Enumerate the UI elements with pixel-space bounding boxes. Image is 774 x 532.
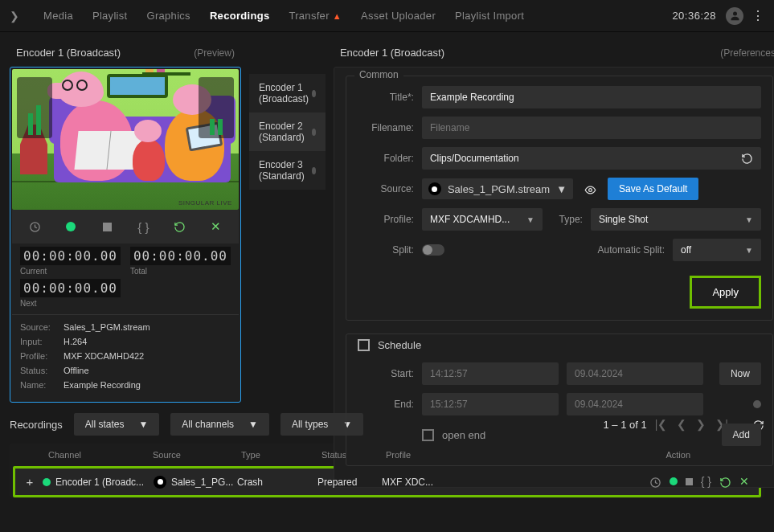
row-speed-icon[interactable]: [649, 475, 661, 489]
row-stop-icon[interactable]: [686, 478, 693, 485]
encoder-item-2[interactable]: Encoder 2 (Standard): [249, 113, 326, 151]
meta-source-v: Sales_1_PGM.stream: [63, 322, 150, 332]
preview-card: SINGULAR LIVE { } ✕ 00:00:00.00 Current …: [10, 67, 241, 403]
type-label: Type:: [551, 214, 583, 225]
filter-channels[interactable]: All channels▼: [170, 413, 269, 436]
expand-row-icon[interactable]: +: [22, 475, 38, 489]
chevron-down-icon: ▼: [526, 215, 534, 224]
split-label: Split:: [358, 244, 414, 256]
tc-total-label: Total: [130, 267, 231, 276]
row-actions: { } ✕: [649, 475, 752, 489]
nav-graphics[interactable]: Graphics: [147, 10, 190, 22]
timecodes: 00:00:00.00 Current 00:00:00.00 Next 00:…: [12, 243, 239, 314]
braces-icon[interactable]: { }: [133, 216, 154, 237]
row-status: Prepared: [317, 477, 382, 488]
title-input[interactable]: [422, 86, 761, 108]
restore-folder-icon[interactable]: [733, 152, 761, 166]
col-type: Type: [241, 450, 321, 460]
row-restore-icon[interactable]: [719, 475, 731, 489]
folder-input[interactable]: [422, 147, 733, 170]
meta-name-k: Name:: [20, 380, 63, 390]
alert-icon: ▲: [333, 11, 342, 21]
preview-header: Encoder 1 (Broadcast) (Preview): [10, 42, 241, 67]
prefs-title: Encoder 1 (Broadcast): [340, 47, 444, 59]
nav-recordings[interactable]: Recordings: [210, 10, 270, 22]
source-select[interactable]: Sales_1_PGM.stream ▼: [422, 178, 573, 199]
save-default-button[interactable]: Save As Default: [608, 178, 698, 200]
source-label: Source:: [358, 183, 414, 194]
speed-icon[interactable]: [24, 216, 45, 237]
preview-subtitle: (Preview): [194, 47, 235, 59]
filename-input[interactable]: [422, 117, 761, 139]
row-type: Crash: [237, 477, 317, 488]
stop-button[interactable]: [96, 216, 117, 237]
svg-point-0: [733, 12, 737, 16]
encoder-label: Encoder 2 (Standard): [259, 121, 312, 143]
encoder-item-1[interactable]: Encoder 1 (Broadcast): [249, 74, 326, 113]
common-legend: Common: [354, 69, 403, 80]
row-close-icon[interactable]: ✕: [739, 475, 749, 488]
close-icon[interactable]: ✕: [205, 216, 226, 237]
now-button[interactable]: Now: [719, 362, 761, 385]
status-dot-icon: [312, 167, 316, 174]
col-channel: Channel: [48, 450, 153, 460]
row-record-icon[interactable]: [670, 477, 678, 485]
start-date-input[interactable]: [567, 362, 703, 385]
folder-label: Folder:: [358, 153, 414, 164]
row-braces-icon[interactable]: { }: [701, 475, 711, 488]
encoder-list: Encoder 1 (Broadcast) Encoder 2 (Standar…: [249, 74, 326, 190]
prefs-header: Encoder 1 (Broadcast) (Preferences): [334, 42, 774, 67]
video-preview[interactable]: SINGULAR LIVE: [12, 69, 239, 210]
encoder-item-3[interactable]: Encoder 3 (Standard): [249, 151, 326, 190]
end-status-dot-icon: [753, 400, 761, 408]
meta-profile-v: MXF XDCAMHD422: [63, 351, 144, 361]
preview-title: Encoder 1 (Broadcast): [16, 47, 121, 59]
nav-items: Media Playlist Graphics Recordings Trans…: [43, 10, 672, 22]
apply-highlight: Apply: [690, 276, 761, 309]
restore-icon[interactable]: [169, 216, 190, 237]
tc-total: 00:00:00.00: [130, 247, 231, 265]
meta-profile-k: Profile:: [20, 351, 63, 361]
add-button[interactable]: Add: [722, 424, 761, 446]
nav-back-chevron-icon[interactable]: ❯: [10, 10, 29, 23]
start-time-input[interactable]: [422, 362, 559, 385]
type-select[interactable]: Single Shot▼: [591, 208, 761, 231]
apply-button[interactable]: Apply: [692, 278, 759, 306]
preview-controls: { } ✕: [12, 210, 239, 243]
nav-transfer[interactable]: Transfer▲: [289, 10, 342, 22]
live-dot-icon: [43, 478, 51, 486]
meta-input-k: Input:: [20, 337, 63, 346]
profile-select[interactable]: MXF XDCAMHD...▼: [422, 208, 543, 231]
end-date-input[interactable]: [567, 393, 703, 415]
schedule-checkbox[interactable]: [358, 339, 370, 351]
profile-value: MXF XDCAMHD...: [430, 214, 510, 225]
preview-meta: Source:Sales_1_PGM.stream Input:H.264 Pr…: [12, 314, 239, 400]
vu-meter-left-icon: [17, 77, 52, 138]
autosplit-select[interactable]: off▼: [673, 239, 761, 261]
meta-source-k: Source:: [20, 322, 63, 332]
profile-label: Profile:: [358, 214, 414, 225]
tc-next-label: Next: [20, 299, 121, 308]
common-fieldset: Common Title*: Filename: Folder:: [346, 76, 773, 321]
nav-playlist[interactable]: Playlist: [92, 10, 128, 22]
chevron-down-icon: ▼: [138, 419, 148, 430]
record-button[interactable]: [60, 216, 81, 237]
schedule-fieldset: Schedule Start: Now End:: [346, 334, 773, 466]
nav-media[interactable]: Media: [43, 10, 73, 22]
end-time-input[interactable]: [422, 393, 559, 415]
chevron-down-icon: ▼: [556, 183, 567, 195]
source-icon: [428, 182, 441, 195]
split-toggle[interactable]: [422, 244, 444, 256]
nav-asset-uploader[interactable]: Asset Uploader: [361, 10, 436, 22]
kebab-menu-icon[interactable]: ⋮: [751, 8, 764, 23]
encoder-label: Encoder 1 (Broadcast): [259, 82, 312, 104]
chevron-down-icon: ▼: [745, 246, 753, 255]
avatar-icon[interactable]: [726, 7, 743, 25]
nav-playlist-import[interactable]: Playlist Import: [455, 10, 524, 22]
open-end-checkbox[interactable]: [422, 429, 434, 441]
eye-icon[interactable]: [581, 182, 600, 196]
filter-label: All channels: [182, 419, 234, 430]
prefs-subtitle: (Preferences): [720, 47, 774, 59]
tc-next: 00:00:00.00: [20, 279, 121, 297]
filter-states[interactable]: All states▼: [74, 413, 160, 436]
